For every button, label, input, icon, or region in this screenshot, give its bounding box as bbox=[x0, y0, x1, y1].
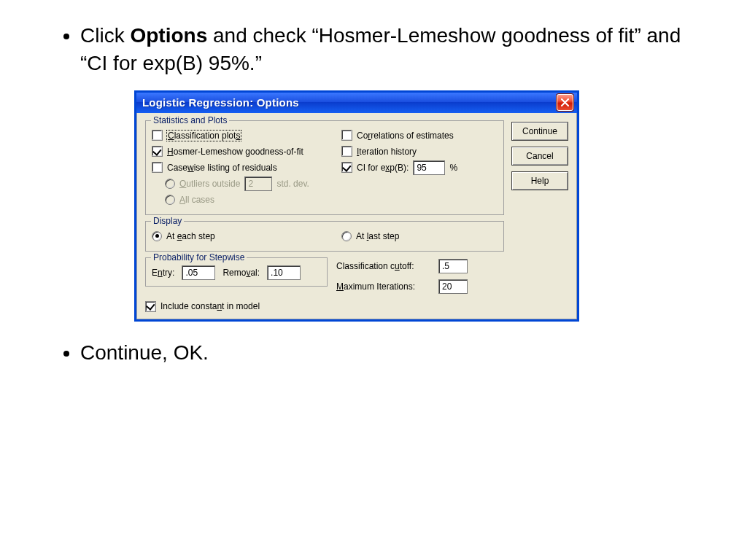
rad-label: At last step bbox=[356, 231, 399, 241]
chk-iteration-history[interactable]: Iteration history bbox=[341, 146, 417, 157]
rad-last-step[interactable]: At last step bbox=[341, 231, 399, 241]
dialog-logistic-regression-options: Logistic Regression: Options Statistics … bbox=[134, 90, 579, 322]
checkbox-icon bbox=[152, 130, 163, 141]
dialog-title: Logistic Regression: Options bbox=[142, 96, 299, 109]
checkbox-icon bbox=[341, 162, 352, 173]
checkbox-icon bbox=[341, 146, 352, 157]
cancel-button[interactable]: Cancel bbox=[511, 147, 568, 166]
group-display: Display At each step bbox=[145, 221, 504, 252]
chk-label: Iteration history bbox=[357, 147, 417, 157]
radio-icon bbox=[165, 195, 175, 205]
help-button[interactable]: Help bbox=[511, 171, 568, 190]
dialog-screenshot: Logistic Regression: Options Statistics … bbox=[134, 90, 681, 322]
label-removal: Removal: bbox=[222, 268, 260, 278]
chk-include-constant[interactable]: Include constant in model bbox=[145, 301, 260, 312]
radio-icon bbox=[165, 179, 175, 189]
input-cutoff[interactable]: .5 bbox=[438, 259, 468, 273]
titlebar: Logistic Regression: Options bbox=[136, 93, 577, 113]
checkbox-icon bbox=[152, 146, 163, 157]
chk-label: Include constant in model bbox=[160, 301, 260, 311]
legend-display: Display bbox=[151, 216, 184, 226]
bullet1-prefix: Click bbox=[80, 24, 130, 47]
rad-label: At each step bbox=[166, 231, 215, 241]
rad-label: Outliers outside bbox=[179, 179, 240, 189]
group-statistics-and-plots: Statistics and Plots Classification plot… bbox=[145, 120, 504, 215]
input-removal[interactable]: .10 bbox=[267, 265, 301, 280]
chk-casewise-residuals[interactable]: Casewise listing of residuals bbox=[152, 162, 277, 173]
rad-each-step[interactable]: At each step bbox=[152, 231, 215, 241]
group-probability-stepwise: Probability for Stepwise Entry: .05 Remo… bbox=[145, 257, 328, 287]
right-fields: Classification cutoff: .5 Maximum Iterat… bbox=[328, 257, 468, 294]
input-outliers-stddev: 2 bbox=[244, 176, 272, 191]
checkbox-icon bbox=[341, 130, 352, 141]
chk-label: Classification plots bbox=[167, 131, 241, 141]
rad-all-cases: All cases bbox=[165, 195, 214, 205]
continue-button[interactable]: Continue bbox=[511, 122, 568, 141]
legend-stats: Statistics and Plots bbox=[151, 115, 229, 125]
label-max-iter: Maximum Iterations: bbox=[336, 281, 415, 292]
legend-stepwise: Probability for Stepwise bbox=[151, 252, 247, 262]
rad-outliers-outside: Outliers outside bbox=[165, 179, 240, 189]
input-max-iter[interactable]: 20 bbox=[438, 279, 468, 294]
chk-label: Hosmer-Lemeshow goodness-of-fit bbox=[167, 147, 303, 157]
bullet-1: Click Options and check “Hosmer-Lemeshow… bbox=[80, 22, 681, 77]
close-button[interactable] bbox=[557, 94, 573, 111]
chk-correlations-estimates[interactable]: Correlations of estimates bbox=[341, 130, 454, 141]
chk-label: Correlations of estimates bbox=[357, 131, 454, 141]
chk-classification-plots[interactable]: Classification plots bbox=[152, 130, 241, 141]
label-cutoff: Classification cutoff: bbox=[336, 261, 414, 271]
bullet-2: Continue, OK. bbox=[80, 339, 681, 367]
input-entry[interactable]: .05 bbox=[182, 265, 215, 280]
rad-label: All cases bbox=[179, 195, 214, 205]
chk-hosmer-lemeshow[interactable]: Hosmer-Lemeshow goodness-of-fit bbox=[152, 146, 303, 157]
chk-ci-expb[interactable]: CI for exp(B): bbox=[341, 162, 409, 173]
radio-icon bbox=[152, 231, 162, 241]
input-ci-percent[interactable]: 95 bbox=[413, 160, 445, 175]
bullet1-bold: Options bbox=[130, 24, 207, 47]
checkbox-icon bbox=[145, 301, 156, 312]
label-percent: % bbox=[449, 163, 457, 173]
close-icon bbox=[561, 98, 569, 106]
slide: Click Options and check “Hosmer-Lemeshow… bbox=[0, 0, 747, 401]
radio-icon bbox=[341, 231, 352, 241]
checkbox-icon bbox=[152, 162, 163, 173]
label-stddev: std. dev. bbox=[276, 179, 309, 189]
chk-label: Casewise listing of residuals bbox=[167, 163, 277, 173]
label-entry: Entry: bbox=[152, 268, 174, 278]
chk-label: CI for exp(B): bbox=[357, 163, 409, 173]
